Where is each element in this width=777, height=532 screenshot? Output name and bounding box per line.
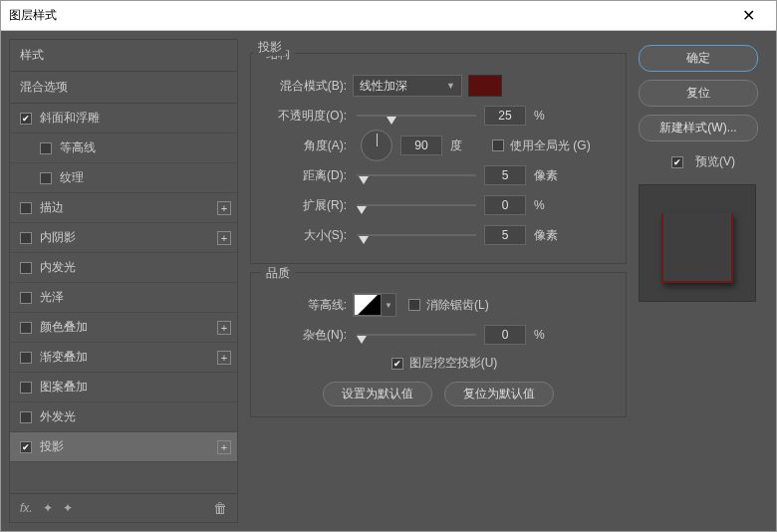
new-style-button[interactable]: 新建样式(W)... xyxy=(639,115,758,141)
style-checkbox[interactable] xyxy=(40,142,52,154)
opacity-label: 不透明度(O): xyxy=(263,108,353,125)
sidebar-item-2[interactable]: 纹理 xyxy=(10,163,237,193)
add-effect-icon[interactable]: + xyxy=(217,201,231,215)
contour-label: 等高线: xyxy=(263,297,353,314)
unit-percent: % xyxy=(534,328,564,342)
sidebar-item-5[interactable]: 内发光 xyxy=(10,253,237,283)
sidebar-item-label: 等高线 xyxy=(60,139,231,156)
main-panel: 投影 结构 混合模式(B): 线性加深 ▼ 不透明度(O): 25 % xyxy=(246,39,631,523)
reset-default-button[interactable]: 复位为默认值 xyxy=(444,382,554,406)
style-checkbox[interactable] xyxy=(20,352,32,364)
angle-input[interactable]: 90 xyxy=(400,135,442,155)
opacity-input[interactable]: 25 xyxy=(484,106,526,126)
section-title: 投影 xyxy=(254,39,286,56)
sidebar-item-0[interactable]: 斜面和浮雕 xyxy=(10,104,237,133)
add-effect-icon[interactable]: + xyxy=(217,321,231,335)
shadow-color-swatch[interactable] xyxy=(468,75,502,97)
sidebar-item-11[interactable]: 投影+ xyxy=(10,432,237,462)
contour-swatch xyxy=(354,294,382,316)
close-button[interactable]: ✕ xyxy=(728,1,768,31)
sidebar-item-label: 内发光 xyxy=(40,259,231,276)
titlebar: 图层样式 ✕ xyxy=(1,1,776,31)
add-effect-icon[interactable]: + xyxy=(217,440,231,454)
distance-input[interactable]: 5 xyxy=(484,165,526,185)
style-checkbox[interactable] xyxy=(20,232,32,244)
sidebar-item-label: 斜面和浮雕 xyxy=(40,110,231,127)
sidebar-item-label: 渐变叠加 xyxy=(40,349,217,366)
sidebar-item-8[interactable]: 渐变叠加+ xyxy=(10,343,237,373)
quality-label: 品质 xyxy=(261,265,295,282)
blend-mode-label: 混合模式(B): xyxy=(263,78,353,95)
global-light-label: 使用全局光 (G) xyxy=(510,137,591,154)
ok-button[interactable]: 确定 xyxy=(639,45,758,72)
spread-slider[interactable] xyxy=(357,194,476,216)
sidebar-item-label: 颜色叠加 xyxy=(40,319,217,336)
knockout-label: 图层挖空投影(U) xyxy=(409,355,498,372)
chevron-down-icon: ▼ xyxy=(382,294,395,316)
sidebar-item-label: 外发光 xyxy=(40,408,231,425)
sidebar-item-7[interactable]: 颜色叠加+ xyxy=(10,313,237,343)
style-checkbox[interactable] xyxy=(40,172,52,184)
sidebar-item-4[interactable]: 内阴影+ xyxy=(10,223,237,253)
antialias-checkbox[interactable] xyxy=(408,299,420,311)
preview-checkbox[interactable] xyxy=(671,156,683,168)
style-checkbox[interactable] xyxy=(20,113,32,125)
blend-mode-select[interactable]: 线性加深 ▼ xyxy=(353,75,462,97)
chevron-down-icon: ▼ xyxy=(446,81,455,91)
style-checkbox[interactable] xyxy=(20,382,32,394)
sidebar-item-label: 光泽 xyxy=(40,289,231,306)
knockout-checkbox[interactable] xyxy=(391,358,403,370)
style-checkbox[interactable] xyxy=(20,441,32,453)
size-slider[interactable] xyxy=(357,224,476,246)
sidebar-item-label: 纹理 xyxy=(60,169,231,186)
sidebar-item-label: 图案叠加 xyxy=(40,379,231,396)
distance-slider[interactable] xyxy=(357,164,476,186)
style-checkbox[interactable] xyxy=(20,322,32,334)
styles-sidebar: 样式 混合选项 斜面和浮雕等高线纹理描边+内阴影+内发光光泽颜色叠加+渐变叠加+… xyxy=(9,39,238,523)
unit-percent: % xyxy=(534,198,564,212)
spread-input[interactable]: 0 xyxy=(484,195,526,215)
style-checkbox[interactable] xyxy=(20,292,32,304)
sidebar-item-3[interactable]: 描边+ xyxy=(10,193,237,223)
opacity-slider[interactable] xyxy=(357,105,476,127)
sidebar-blending-options[interactable]: 混合选项 xyxy=(10,72,237,104)
sidebar-item-9[interactable]: 图案叠加 xyxy=(10,373,237,402)
unit-degree: 度 xyxy=(450,137,480,154)
angle-label: 角度(A): xyxy=(263,137,353,154)
sidebar-header: 样式 xyxy=(10,40,237,72)
size-input[interactable]: 5 xyxy=(484,225,526,245)
preview-shape xyxy=(661,213,733,283)
sidebar-footer: fx. ✦ ✦ 🗑 xyxy=(10,493,237,522)
noise-slider[interactable] xyxy=(357,324,476,346)
add-effect-icon[interactable]: + xyxy=(217,351,231,365)
sidebar-item-1[interactable]: 等高线 xyxy=(10,133,237,163)
fx-icon[interactable]: fx. xyxy=(20,501,33,515)
unit-px: 像素 xyxy=(534,227,564,244)
up-arrow-icon[interactable]: ✦ xyxy=(43,501,53,515)
sidebar-item-label: 投影 xyxy=(40,438,217,455)
sidebar-item-10[interactable]: 外发光 xyxy=(10,402,237,432)
noise-label: 杂色(N): xyxy=(263,327,353,344)
right-panel: 确定 复位 新建样式(W)... 预览(V) xyxy=(639,39,768,523)
style-checkbox[interactable] xyxy=(20,262,32,274)
sidebar-item-label: 描边 xyxy=(40,199,217,216)
down-arrow-icon[interactable]: ✦ xyxy=(63,501,73,515)
style-checkbox[interactable] xyxy=(20,202,32,214)
distance-label: 距离(D): xyxy=(263,167,353,184)
angle-dial[interactable] xyxy=(361,130,392,161)
set-default-button[interactable]: 设置为默认值 xyxy=(323,382,432,406)
global-light-checkbox[interactable] xyxy=(492,139,504,151)
size-label: 大小(S): xyxy=(263,227,353,244)
unit-percent: % xyxy=(534,109,564,123)
sidebar-item-6[interactable]: 光泽 xyxy=(10,283,237,313)
trash-icon[interactable]: 🗑 xyxy=(213,500,227,516)
cancel-button[interactable]: 复位 xyxy=(639,80,758,107)
window-title: 图层样式 xyxy=(9,7,728,24)
add-effect-icon[interactable]: + xyxy=(217,231,231,245)
unit-px: 像素 xyxy=(534,167,564,184)
sidebar-item-label: 内阴影 xyxy=(40,229,217,246)
style-checkbox[interactable] xyxy=(20,411,32,423)
noise-input[interactable]: 0 xyxy=(484,325,526,345)
antialias-label: 消除锯齿(L) xyxy=(426,297,489,314)
contour-picker[interactable]: ▼ xyxy=(353,293,396,317)
